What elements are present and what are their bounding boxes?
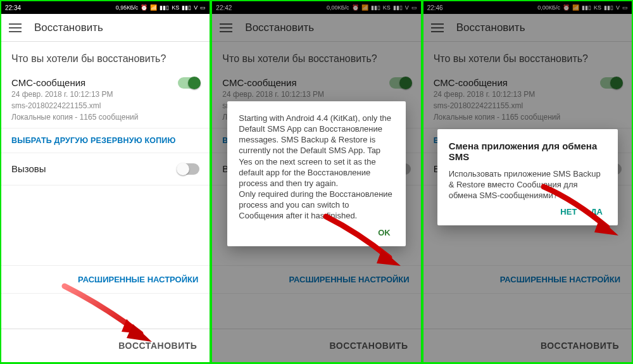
calls-toggle[interactable]	[178, 163, 199, 175]
screen-2: 22:42 0,00КБ/с ⏰ 📶 ▮▮▯ KS ▮▮▯ V ▭ Восста…	[212, 1, 420, 362]
calls-title: Вызовы	[11, 163, 46, 174]
ok-button[interactable]: OK	[378, 228, 391, 237]
screen-3: 22:46 0,00КБ/с ⏰ 📶 ▮▮▯ KS ▮▮▯ V ▭ Восста…	[423, 1, 632, 362]
app-title: Восстановить	[34, 22, 103, 34]
choose-backup-button[interactable]: ВЫБРАТЬ ДРУГУЮ РЕЗЕРВНУЮ КОПИЮ	[1, 129, 210, 153]
sig-v: V	[194, 4, 197, 11]
signal-icon-2: ▮▮▯	[182, 4, 191, 11]
carrier: KS	[172, 4, 179, 11]
wifi-icon: 📶	[150, 4, 157, 11]
battery-icon: ▭	[200, 4, 206, 11]
screen-1: 22:34 0,95КБ/с ⏰ 📶 ▮▮▯ KS ▮▮▯ V ▭ Восста…	[1, 1, 210, 362]
alarm-icon: ⏰	[141, 4, 147, 11]
page-heading: Что вы хотели бы восстановить?	[1, 42, 210, 72]
menu-icon[interactable]	[9, 23, 22, 32]
sms-date: 24 февр. 2018 г. 10:12:13 PM	[11, 89, 139, 99]
advanced-settings-button[interactable]: РАСШИРЕННЫЕ НАСТРОЙКИ	[1, 265, 210, 294]
content: Что вы хотели бы восстановить? СМС-сообщ…	[1, 42, 210, 362]
status-time: 22:34	[5, 4, 21, 11]
calls-item[interactable]: Вызовы	[1, 153, 210, 185]
default-sms-dialog: Starting with Android 4.4 (KitKat), only…	[227, 101, 405, 246]
app-bar: Восстановить	[1, 14, 210, 42]
dialog-title: Смена приложения для обмена SMS	[449, 141, 606, 162]
yes-button[interactable]: ДА	[591, 207, 603, 217]
dialog-body: Starting with Android 4.4 (KitKat), only…	[239, 113, 394, 222]
sms-toggle[interactable]	[178, 77, 199, 89]
status-right: 0,95КБ/с ⏰ 📶 ▮▮▯ KS ▮▮▯ V ▭	[116, 4, 206, 11]
sms-count: Локальные копия - 1165 сообщений	[11, 112, 139, 122]
restore-button[interactable]: ВОССТАНОВИТЬ	[1, 329, 210, 362]
sms-file: sms-20180224221155.xml	[11, 101, 139, 111]
sms-item[interactable]: СМС-сообщения 24 февр. 2018 г. 10:12:13 …	[1, 72, 210, 129]
change-sms-app-dialog: Смена приложения для обмена SMS Использо…	[437, 129, 618, 225]
dialog-body: Использовать приложение SMS Backup & Res…	[449, 168, 606, 201]
status-bar: 22:34 0,95КБ/с ⏰ 📶 ▮▮▯ KS ▮▮▯ V ▭	[1, 1, 210, 14]
signal-icon: ▮▮▯	[160, 4, 169, 11]
sms-title: СМС-сообщения	[11, 77, 139, 88]
net-speed: 0,95КБ/с	[116, 4, 139, 11]
no-button[interactable]: НЕТ	[560, 207, 577, 217]
